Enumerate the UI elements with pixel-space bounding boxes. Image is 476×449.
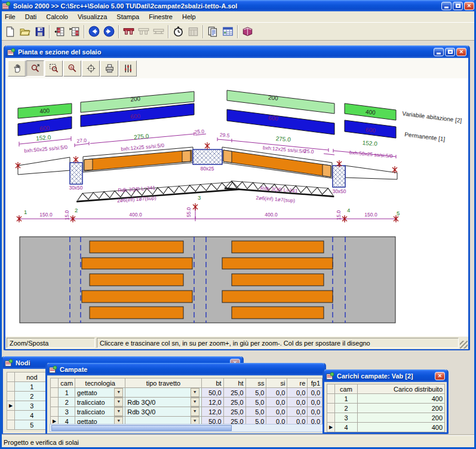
cell-cam[interactable]: 4 xyxy=(335,423,358,432)
row-selector[interactable] xyxy=(51,398,59,407)
cell-carico[interactable]: 400 xyxy=(358,423,445,432)
row-selector[interactable] xyxy=(327,413,335,423)
table-nodes-icon[interactable] xyxy=(52,24,67,39)
menu-finestre[interactable]: Finestre xyxy=(144,12,177,22)
cell-tecnologia[interactable]: tralicciato▼ xyxy=(75,407,125,417)
row-selector[interactable] xyxy=(51,388,59,398)
options-sliders-icon[interactable] xyxy=(119,60,137,77)
dropdown-arrow[interactable]: ▼ xyxy=(114,388,123,397)
cell-re[interactable]: 0,0 xyxy=(287,388,308,398)
beam-section-icon[interactable] xyxy=(121,24,136,39)
cell-fp1[interactable]: 0,0 xyxy=(308,388,323,398)
cell-ss[interactable]: 5,0 xyxy=(245,398,266,407)
row-selector[interactable] xyxy=(51,407,59,417)
menu-dati[interactable]: Dati xyxy=(20,12,42,22)
save-icon[interactable] xyxy=(32,24,47,39)
nodi-cell[interactable]: 1 xyxy=(15,382,49,392)
navigate-forward-icon[interactable] xyxy=(102,24,116,39)
dropdown-arrow[interactable]: ▼ xyxy=(191,407,199,416)
drawing-statusbar: Zoom/Sposta Cliccare e trascinare col sn… xyxy=(5,337,468,349)
cell-cam[interactable]: 1 xyxy=(59,388,75,398)
row-selector[interactable] xyxy=(7,382,15,392)
cell-si[interactable]: 0,0 xyxy=(266,407,287,417)
cell-ss[interactable]: 5,0 xyxy=(245,388,266,398)
print-icon[interactable] xyxy=(100,60,118,77)
close-button[interactable]: × xyxy=(464,2,474,10)
table-spans-icon[interactable] xyxy=(67,24,82,39)
row-selector[interactable] xyxy=(7,392,15,401)
cell-ht[interactable]: 25,0 xyxy=(223,407,245,417)
cell-cam[interactable]: 3 xyxy=(59,407,75,417)
cell-ht[interactable]: 25,0 xyxy=(223,398,245,407)
cell-re[interactable]: 0,0 xyxy=(287,398,308,407)
cell-cam[interactable]: 3 xyxy=(335,413,358,423)
pan-hand-icon[interactable] xyxy=(8,60,26,77)
menu-visualizza[interactable]: Visualizza xyxy=(73,12,112,22)
dropdown-arrow[interactable]: ▼ xyxy=(191,398,199,407)
maximize-button[interactable] xyxy=(453,2,463,10)
row-selector[interactable] xyxy=(327,394,335,404)
cell-ht[interactable]: 25,0 xyxy=(223,388,245,398)
calc-stopwatch-icon[interactable] xyxy=(171,24,186,39)
cell-ss[interactable]: 5,0 xyxy=(245,407,266,417)
cell-re[interactable]: 0,0 xyxy=(287,407,308,417)
drawing-maximize-button[interactable] xyxy=(445,48,455,56)
cell-cam[interactable]: 2 xyxy=(59,398,75,407)
copy-pages-icon[interactable] xyxy=(205,24,220,39)
menu-help[interactable]: Help xyxy=(177,12,201,22)
cell-si[interactable]: 0,0 xyxy=(266,398,287,407)
dropdown-arrow[interactable]: ▼ xyxy=(114,407,123,416)
center-view-icon[interactable] xyxy=(82,60,100,77)
cell-tecnologia[interactable]: tralicciato▼ xyxy=(75,398,125,407)
cell-bt[interactable]: 50,0 xyxy=(201,388,223,398)
menu-file[interactable]: File xyxy=(0,12,20,22)
cell-cam[interactable]: 1 xyxy=(335,394,358,404)
help-book-icon[interactable] xyxy=(240,24,255,39)
zoom-letter-icon[interactable]: a xyxy=(63,60,81,77)
cell-tecnologia[interactable]: gettato▼ xyxy=(75,388,125,398)
drawing-minimize-button[interactable] xyxy=(434,48,444,56)
dropdown-arrow[interactable]: ▼ xyxy=(191,388,199,397)
carichi-close-button[interactable]: × xyxy=(435,372,445,380)
campate-hscrollbar[interactable] xyxy=(50,424,323,432)
scrollbar-thumb[interactable] xyxy=(51,425,232,431)
menu-stampa[interactable]: Stampa xyxy=(112,12,144,22)
dim-bay-2: 400.0 xyxy=(129,212,142,218)
row-selector-active[interactable]: ▶ xyxy=(7,401,15,411)
cell-bt[interactable]: 12,0 xyxy=(201,407,223,417)
resize-grip[interactable] xyxy=(460,341,468,349)
cell-tipo[interactable]: Rdb 3Q/0▼ xyxy=(125,407,201,417)
navigate-back-icon[interactable] xyxy=(87,24,102,39)
load-value-left-span: 200 xyxy=(130,95,141,103)
minimize-button[interactable] xyxy=(441,2,452,10)
cell-cam[interactable]: 2 xyxy=(335,404,358,413)
new-document-icon[interactable] xyxy=(2,24,17,39)
cell-carico[interactable]: 200 xyxy=(358,404,445,413)
menu-calcolo[interactable]: Calcolo xyxy=(41,12,73,22)
row-selector[interactable] xyxy=(327,404,335,413)
nodi-cell[interactable]: 3 xyxy=(15,401,49,411)
cell-fp1[interactable]: 0,0 xyxy=(308,407,323,417)
zoom-window-icon[interactable] xyxy=(45,60,63,77)
row-selector[interactable] xyxy=(7,420,15,430)
calc-disabled-icon xyxy=(186,24,201,39)
dim-bay-3: 400.0 xyxy=(265,212,278,218)
cell-bt[interactable]: 12,0 xyxy=(201,398,223,407)
open-file-icon[interactable] xyxy=(17,24,32,39)
nodi-cell[interactable]: 4 xyxy=(15,411,49,420)
cell-carico[interactable]: 400 xyxy=(358,394,445,404)
cell-tipo[interactable]: ▼ xyxy=(125,388,201,398)
dropdown-arrow[interactable]: ▼ xyxy=(114,398,123,407)
cell-carico[interactable]: 200 xyxy=(358,413,445,423)
drawing-close-button[interactable]: × xyxy=(456,48,466,56)
cell-tipo[interactable]: Rdb 3Q/0▼ xyxy=(125,398,201,407)
cell-si[interactable]: 0,0 xyxy=(266,388,287,398)
cell-fp1[interactable]: 0,0 xyxy=(308,398,323,407)
row-selector[interactable] xyxy=(7,411,15,420)
zoom-drag-icon[interactable] xyxy=(26,60,44,77)
nodi-cell[interactable]: 5 xyxy=(15,420,49,430)
row-selector-active[interactable]: ▶ xyxy=(327,423,335,432)
drawing-canvas[interactable]: 400 200 200 400 600 600 600 600 Variabil… xyxy=(5,78,468,337)
report-table-icon[interactable] xyxy=(220,24,235,39)
nodi-cell[interactable]: 2 xyxy=(15,392,49,401)
